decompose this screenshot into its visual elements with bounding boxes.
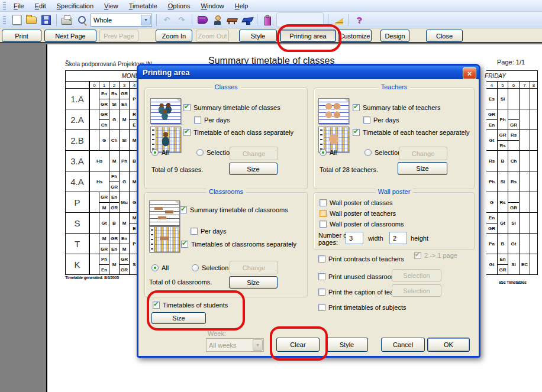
table-row: EsSl [486,88,537,109]
classes-all-row: All [151,149,169,156]
table-row: 3.AHsMPhB [66,150,139,171]
lesson-top: En [120,234,129,244]
ok-button[interactable]: OK [427,338,470,352]
save-icon[interactable] [40,14,52,26]
classrooms-total-label: Total of 0 classrooms. [149,278,212,286]
teachers-all-radio[interactable] [320,149,327,156]
customize-button[interactable]: Customize [338,30,372,42]
next-page-button[interactable]: Next Page [44,30,96,42]
menu-item-options[interactable]: Options [163,1,195,11]
teachers-selection-radio[interactable] [364,149,372,156]
size-button[interactable]: Size [229,276,278,289]
menu-item-file[interactable]: File [9,1,29,11]
timetable-cell [89,109,99,130]
printing-area-dialog: Printing area × Classes✔Summary timetabl… [137,64,480,358]
style-button[interactable]: Style [239,30,277,42]
timetable-cell [89,130,99,151]
timetables-of-students-checkbox[interactable]: ✔ [153,302,160,309]
timetable-cell: GR [508,109,519,130]
lesson: EC [520,254,530,275]
print-icon[interactable] [61,14,73,26]
cancel-button[interactable]: Cancel [381,338,425,352]
timetable-friday: FRIDAY45678EsSlGREnPhGRGtGRRsRsRsBChPhSl… [486,70,538,275]
print-unused-classrooms-checkbox[interactable] [318,273,325,280]
table-row: KPhEnMGRGRS [66,254,139,275]
timetable-cell: GRGR [119,254,129,275]
close-button[interactable]: Close [426,30,463,42]
menu-item-edit[interactable]: Edit [30,1,51,11]
classes-summary-icon [150,98,181,124]
teachers-selection-row: Selection [364,149,401,156]
lesson: Rs [486,151,497,171]
menu-item-view[interactable]: View [99,1,123,11]
timetables-of-classrooms-checkbox[interactable]: ✔ [181,241,188,248]
menu-item-timetable[interactable]: Timetable [124,1,162,11]
toolbar-separator [257,14,257,26]
lesson: Gt [498,213,508,234]
style-button[interactable]: Style [325,338,368,352]
pages-height-input[interactable]: 2 [389,232,407,244]
lesson-top: GR [120,254,129,264]
wall-poster-of-teachers-checkbox[interactable] [320,210,327,217]
lesson-bottom: GR [99,244,109,254]
2-1-page-checkbox: ✔ [414,252,421,259]
pages-width-input[interactable]: 3 [346,232,363,244]
timetable-of-each-class-checkbox[interactable]: ✔ [183,129,191,136]
summary-timetable-of-classrooms-row: ✔Summary timetable of classrooms [180,206,288,213]
print-contracts-of-teachers-checkbox[interactable] [318,255,325,263]
classrooms-per-days-checkbox[interactable] [191,228,198,235]
lesson-bottom: GR [120,264,129,275]
timetable-cell: GREn [119,89,129,109]
teacher-person-icon[interactable] [211,14,223,26]
size-button[interactable]: Size [398,162,447,175]
teachers-separate-icon-figure [322,129,345,150]
open-icon[interactable] [25,14,37,26]
wall-poster-of-classrooms-checkbox[interactable] [320,221,327,228]
lesson: Gt [99,213,109,234]
print-the-caption-of-teachers-checkbox[interactable] [318,289,325,296]
clear-button[interactable]: Clear [276,338,320,352]
classes-per-days-checkbox[interactable] [194,116,201,124]
chevron-down-icon[interactable]: ▼ [141,15,151,25]
size-button[interactable]: Size [151,312,206,324]
classrooms-all-radio[interactable] [151,264,159,271]
subjects-book-icon[interactable] [196,14,208,26]
new-document-icon[interactable] [11,14,22,26]
menu-item-help[interactable]: Help [230,1,253,11]
classes-all-radio[interactable] [151,149,159,156]
classroom-desk-icon[interactable] [226,14,238,26]
class-name: 3.A [66,151,89,171]
printing-area-button[interactable]: Printing area [280,30,336,42]
wall-poster-of-classes-checkbox[interactable] [320,199,327,206]
timetable-of-each-teacher-checkbox[interactable]: ✔ [353,129,360,136]
lesson-bottom: GR [498,264,508,275]
timetable-cell: M [119,109,129,130]
dialog-title-bar[interactable]: Printing area [138,66,479,79]
toolbar-separator [328,14,328,26]
design-ruler-icon[interactable] [333,14,344,26]
lesson-bottom: Sl [109,99,119,109]
summary-table-of-teachers-checkbox[interactable]: ✔ [353,104,360,111]
teachers-per-days-checkbox[interactable] [363,116,370,124]
summary-timetable-of-classrooms-checkbox[interactable]: ✔ [180,206,187,213]
summary-timetable-of-classes-checkbox[interactable]: ✔ [183,104,191,111]
menu-item-specification[interactable]: Specification [52,1,98,11]
zoom-combobox[interactable]: Whole▼ [91,14,152,27]
print-preview-icon[interactable] [76,14,88,26]
help-question-icon[interactable]: ? [353,14,365,26]
design-button[interactable]: Design [380,30,409,42]
classes-selection-radio[interactable] [196,149,204,156]
generator-spray-icon[interactable] [262,14,273,26]
timetable-cell [530,109,537,130]
size-button[interactable]: Size [229,163,278,175]
print-timetables-of-subjects-checkbox[interactable] [318,304,325,311]
classrooms-selection-radio[interactable] [192,264,199,271]
menu-item-window[interactable]: Window [196,1,229,11]
timetable-cell: Gt [486,254,497,275]
zoom-in-button[interactable]: Zoom In [156,30,192,42]
close-icon[interactable]: × [463,67,476,79]
table-row: PhSlRs [486,171,537,192]
wall-poster-of-classrooms-label: Wall poster of classrooms [330,221,404,228]
class-cap-icon[interactable] [241,14,253,26]
print-button[interactable]: Print [2,30,41,42]
